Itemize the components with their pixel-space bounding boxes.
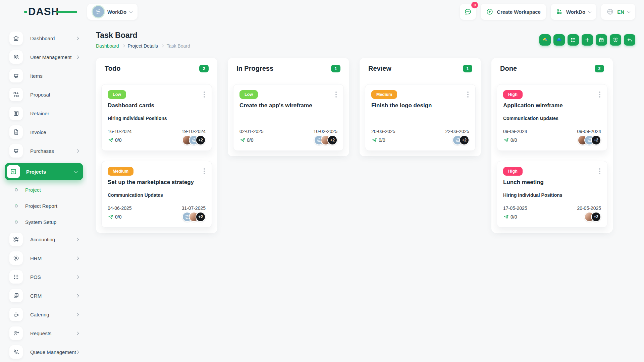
create-workspace-button[interactable]: Create Workspace [481, 4, 546, 20]
task-checklist-count: 0/0 [503, 214, 517, 220]
sidebar-item-items[interactable]: Items [5, 69, 83, 82]
sidebar-item-accounting[interactable]: Accounting [5, 233, 83, 246]
calendar-button[interactable] [596, 34, 607, 46]
sidebar-item-catering[interactable]: Catering [5, 308, 83, 321]
sidebar-subitem-label: Project [25, 187, 41, 193]
breadcrumb-dashboard[interactable]: Dashboard [96, 43, 119, 49]
card-menu-button[interactable] [203, 167, 206, 176]
alarm-clock-icon [612, 37, 619, 43]
task-checklist-count: 0/0 [108, 137, 121, 143]
timer-button[interactable] [610, 34, 621, 46]
task-end-date: 19-10-2024 [181, 129, 206, 134]
sidebar-item-purchases[interactable]: Purchases [5, 144, 83, 158]
sidebar-subitem-project[interactable]: Project [15, 184, 83, 195]
sidebar-subitem-project-report[interactable]: Project Report [15, 200, 83, 211]
undo-arrow-icon [627, 37, 633, 43]
assignee-avatars[interactable]: +2 [584, 212, 601, 222]
chevron-right-icon [161, 45, 164, 47]
add-task-button[interactable] [582, 34, 593, 46]
sidebar-item-projects[interactable]: Projects [5, 163, 83, 180]
assignee-avatars[interactable]: ☰+2 [578, 135, 601, 145]
document-icon [9, 125, 23, 139]
task-title: Dashboard cards [108, 102, 206, 109]
task-start-date: 02-01-2025 [239, 129, 264, 134]
card-menu-button[interactable] [467, 90, 469, 99]
board-toolbar [539, 34, 635, 46]
sidebar-item-label: Accounting [30, 237, 55, 242]
priority-badge: Low [108, 90, 126, 99]
sidebar-item-requests[interactable]: Requests [5, 326, 83, 340]
calendar-icon [598, 37, 604, 43]
google-drive-button[interactable] [539, 34, 551, 46]
send-icon [108, 214, 114, 220]
chevron-down-icon [627, 10, 631, 13]
list-icon [570, 37, 576, 43]
avatar-extra-count: +2 [327, 135, 337, 145]
sidebar-item-label: Items [30, 73, 43, 79]
phone-call-icon [9, 345, 23, 359]
assignee-avatars[interactable]: ☰+2 [182, 212, 206, 222]
sidebar-item-label: Retainer [30, 111, 49, 116]
messenger-button[interactable]: 0 [460, 4, 476, 20]
task-card[interactable]: Low Dashboard cards Hiring Individual Po… [101, 84, 212, 151]
card-menu-button[interactable] [598, 90, 601, 99]
avatar-extra-count: +2 [196, 212, 206, 222]
task-checklist-count: 0/0 [503, 137, 517, 143]
onedrive-button[interactable] [553, 34, 565, 46]
task-start-date: 16-10-2024 [108, 129, 132, 134]
assignee-avatars[interactable]: ☰+2 [452, 135, 469, 145]
priority-badge: High [503, 167, 523, 176]
sidebar-item-dashboard[interactable]: Dashboard [5, 32, 83, 45]
sidebar-item-queue-management[interactable]: Queue Management [5, 345, 83, 359]
avatar-extra-count: +2 [591, 212, 601, 222]
logo[interactable]: DASH [0, 6, 87, 18]
sidebar-item-crm[interactable]: CRM [5, 289, 83, 302]
column-title: In Progress [236, 65, 273, 72]
workspace-selector[interactable]: ☰ WorkDo [87, 4, 138, 20]
plus-circle-icon [486, 8, 493, 15]
assignee-avatars[interactable]: ☰+2 [182, 135, 206, 145]
sidebar-item-user-management[interactable]: User Management [5, 50, 83, 64]
sidebar-item-hrm[interactable]: HRM [5, 251, 83, 265]
sidebar-item-pos[interactable]: POS [5, 270, 83, 284]
task-card[interactable]: Medium Set up the marketplace strategy C… [101, 161, 212, 228]
language-selector[interactable]: EN [601, 4, 635, 20]
task-checklist-count: 0/0 [371, 137, 385, 143]
task-card[interactable]: High Application wireframe Communication… [497, 84, 607, 151]
task-card[interactable]: Low Create the app's wireframe 02-01-202… [233, 84, 344, 151]
card-menu-button[interactable] [335, 90, 337, 99]
task-start-date: 20-03-2025 [371, 129, 395, 134]
sidebar-item-label: Dashboard [30, 36, 55, 41]
task-title: Application wireframe [503, 102, 601, 109]
logo-green-bar [56, 11, 77, 13]
coffee-cup-icon [9, 308, 23, 321]
card-menu-button[interactable] [203, 90, 206, 99]
sidebar-subitem-system-setup[interactable]: System Setup [15, 217, 83, 227]
task-end-date: 31-07-2025 [181, 205, 206, 211]
chevron-right-icon [76, 55, 79, 59]
workdo-menu-label: WorkDo [566, 9, 585, 15]
sidebar-item-retainer[interactable]: Retainer [5, 107, 83, 120]
task-checklist-count: 0/0 [239, 137, 253, 143]
avatar-extra-count: +2 [591, 135, 601, 145]
task-title: Create the app's wireframe [239, 102, 337, 109]
chevron-right-icon [76, 350, 79, 354]
task-milestone: Hiring Individual Positions [108, 116, 206, 121]
chevron-right-icon [76, 37, 79, 40]
card-menu-button[interactable] [598, 167, 601, 176]
list-view-button[interactable] [568, 34, 579, 46]
workdo-menu[interactable]: WorkDo [551, 4, 596, 20]
sidebar-item-proposal[interactable]: Proposal [5, 88, 83, 101]
chevron-right-icon [76, 275, 79, 279]
assignee-avatars[interactable]: ☰+2 [314, 135, 337, 145]
sidebar-item-invoice[interactable]: Invoice [5, 125, 83, 139]
back-button[interactable] [624, 34, 635, 46]
task-card[interactable]: High Lunch meeting Hiring Individual Pos… [497, 161, 607, 228]
sidebar-item-label: Invoice [30, 129, 46, 135]
task-title: Finish the logo design [371, 102, 469, 109]
task-card[interactable]: Medium Finish the logo design 20-03-2025… [365, 84, 476, 151]
breadcrumb-project-details[interactable]: Project Details [128, 43, 158, 49]
task-milestone [239, 116, 337, 121]
language-label: EN [617, 9, 624, 15]
task-end-date: 10-02-2025 [313, 129, 337, 134]
